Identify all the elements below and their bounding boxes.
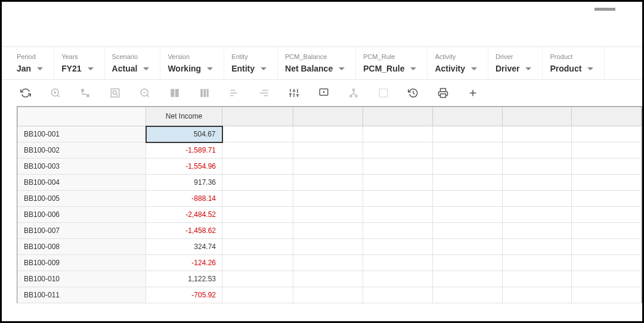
empty-cell[interactable]: [222, 207, 293, 223]
row-label-cell[interactable]: BB100-010: [18, 271, 146, 287]
empty-cell[interactable]: [432, 126, 502, 142]
empty-cell[interactable]: [363, 142, 433, 159]
empty-cell[interactable]: [363, 207, 433, 223]
empty-cell[interactable]: [293, 255, 363, 271]
empty-cell[interactable]: [222, 142, 293, 159]
empty-cell[interactable]: [222, 239, 293, 255]
empty-cell[interactable]: [502, 271, 572, 287]
empty-cell[interactable]: [293, 239, 363, 255]
empty-cell[interactable]: [572, 223, 642, 239]
column-header[interactable]: [293, 107, 363, 126]
filter-dropdown[interactable]: Working: [168, 64, 213, 73]
empty-cell[interactable]: [502, 159, 572, 175]
grid2-icon[interactable]: [199, 87, 210, 99]
empty-cell[interactable]: [432, 239, 502, 255]
row-label-cell[interactable]: BB100-004: [18, 175, 146, 191]
empty-cell[interactable]: [432, 175, 502, 191]
empty-cell[interactable]: [293, 175, 363, 191]
empty-cell[interactable]: [572, 255, 642, 271]
empty-cell[interactable]: [293, 191, 363, 207]
filter-dropdown[interactable]: Actual: [112, 64, 150, 73]
empty-cell[interactable]: [502, 175, 572, 191]
align1-icon[interactable]: [228, 87, 240, 99]
filter-dropdown[interactable]: Net Balance: [285, 64, 345, 73]
empty-cell[interactable]: [293, 271, 363, 287]
empty-cell[interactable]: [222, 126, 293, 142]
value-cell[interactable]: 504.67: [146, 126, 222, 142]
empty-cell[interactable]: [222, 223, 293, 239]
row-label-cell[interactable]: BB100-001: [18, 126, 146, 142]
print-icon[interactable]: [437, 87, 449, 99]
row-label-cell[interactable]: BB100-007: [18, 223, 146, 239]
empty-cell[interactable]: [222, 191, 293, 207]
empty-cell[interactable]: [502, 287, 572, 303]
comment-icon[interactable]: [318, 87, 330, 99]
value-cell[interactable]: 917.36: [146, 175, 222, 191]
empty-cell[interactable]: [363, 255, 433, 271]
empty-cell[interactable]: [363, 175, 433, 191]
empty-cell[interactable]: [293, 126, 363, 142]
empty-cell[interactable]: [502, 239, 572, 255]
row-label-cell[interactable]: BB100-003: [18, 159, 146, 175]
empty-cell[interactable]: [432, 159, 502, 175]
empty-cell[interactable]: [572, 271, 642, 287]
empty-cell[interactable]: [222, 159, 293, 175]
empty-cell[interactable]: [222, 255, 293, 271]
empty-cell[interactable]: [572, 175, 642, 191]
value-cell[interactable]: -1,458.62: [146, 223, 222, 239]
column-header[interactable]: [222, 107, 293, 126]
column-header[interactable]: Net Income: [146, 107, 222, 126]
hierarchy-icon[interactable]: [79, 87, 91, 99]
empty-cell[interactable]: [502, 223, 572, 239]
empty-cell[interactable]: [222, 175, 293, 191]
column-header[interactable]: [572, 107, 642, 126]
empty-cell[interactable]: [432, 207, 502, 223]
zoom-box-icon[interactable]: [109, 87, 121, 99]
value-cell[interactable]: -2,484.52: [146, 207, 222, 223]
empty-cell[interactable]: [222, 271, 293, 287]
empty-cell[interactable]: [502, 207, 572, 223]
empty-cell[interactable]: [293, 287, 363, 303]
empty-cell[interactable]: [363, 223, 433, 239]
value-cell[interactable]: -705.92: [146, 287, 222, 303]
empty-cell[interactable]: [293, 159, 363, 175]
align2-icon[interactable]: [258, 87, 270, 99]
empty-cell[interactable]: [293, 142, 363, 159]
value-cell[interactable]: 324.74: [146, 239, 222, 255]
empty-cell[interactable]: [432, 271, 502, 287]
filter-dropdown[interactable]: Activity: [435, 64, 477, 73]
value-cell[interactable]: 1,122.53: [146, 271, 222, 287]
tree-icon[interactable]: [348, 87, 360, 99]
empty-cell[interactable]: [432, 191, 502, 207]
empty-cell[interactable]: [502, 142, 572, 159]
empty-cell[interactable]: [432, 142, 502, 159]
filter-dropdown[interactable]: Driver: [496, 64, 531, 73]
empty-cell[interactable]: [293, 207, 363, 223]
empty-cell[interactable]: [363, 159, 433, 175]
empty-cell[interactable]: [363, 287, 433, 303]
row-label-cell[interactable]: BB100-006: [18, 207, 146, 223]
empty-cell[interactable]: [363, 191, 433, 207]
empty-cell[interactable]: [363, 126, 433, 142]
empty-cell[interactable]: [502, 191, 572, 207]
row-label-cell[interactable]: BB100-002: [18, 142, 146, 159]
empty-cell[interactable]: [572, 239, 642, 255]
empty-cell[interactable]: [572, 142, 642, 159]
row-label-cell[interactable]: BB100-008: [18, 239, 146, 255]
column-header[interactable]: [18, 107, 146, 126]
empty-cell[interactable]: [572, 191, 642, 207]
select-icon[interactable]: [377, 87, 389, 99]
grid1-icon[interactable]: [169, 87, 181, 99]
empty-cell[interactable]: [222, 287, 293, 303]
empty-cell[interactable]: [502, 126, 572, 142]
value-cell[interactable]: -124.26: [146, 255, 222, 271]
empty-cell[interactable]: [572, 159, 642, 175]
empty-cell[interactable]: [572, 287, 642, 303]
empty-cell[interactable]: [502, 255, 572, 271]
column-header[interactable]: [502, 107, 572, 126]
row-label-cell[interactable]: BB100-009: [18, 255, 146, 271]
empty-cell[interactable]: [363, 271, 433, 287]
row-label-cell[interactable]: BB100-005: [18, 191, 146, 207]
empty-cell[interactable]: [432, 287, 502, 303]
empty-cell[interactable]: [363, 239, 433, 255]
